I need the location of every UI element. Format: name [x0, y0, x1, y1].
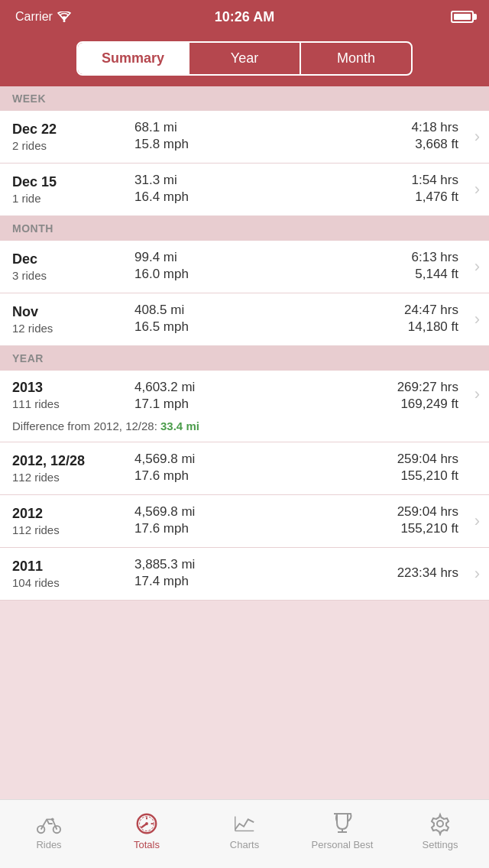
row-right-stats: 269:27 hrs 169,249 ft [397, 380, 458, 413]
row-middle-stats: 4,603.2 mi 17.1 mph [134, 380, 397, 413]
tab-personal-best[interactable]: Personal Best [293, 811, 391, 857]
chevron-icon: › [474, 180, 480, 199]
row-label-left: Nov 12 rides [12, 304, 134, 335]
tab-rides[interactable]: Rides [0, 811, 98, 857]
chevron-icon: › [474, 257, 480, 277]
stat-distance: 3,885.3 mi [134, 557, 397, 572]
chevron-icon: › [474, 511, 480, 531]
year-rides-2012-12: 112 rides [12, 471, 134, 484]
bike-icon [37, 811, 61, 836]
status-bar: Carrier 10:26 AM [0, 0, 489, 34]
stat-distance: 4,569.8 mi [134, 452, 397, 467]
month-date-1: Dec [12, 251, 134, 267]
gear-icon [428, 811, 452, 836]
stat-time: 223:34 hrs [397, 565, 458, 581]
stat-speed: 17.6 mph [134, 468, 397, 484]
stat-speed: 16.0 mph [134, 267, 412, 282]
segment-control: Summary Year Month [76, 41, 413, 76]
row-middle-stats: 4,569.8 mi 17.6 mph [134, 452, 397, 485]
row-label-left: Dec 15 1 ride [12, 174, 134, 205]
row-middle-stats: 3,885.3 mi 17.4 mph [134, 557, 397, 591]
row-right-stats: 223:34 hrs [397, 565, 458, 582]
row-label-left: Dec 3 rides [12, 251, 134, 282]
stat-speed-2: 16.4 mph [134, 189, 412, 205]
tab-settings-label: Settings [423, 839, 458, 850]
stat-time-2: 1:54 hrs [412, 173, 458, 188]
month-date-2: Nov [12, 304, 134, 320]
week-rides-1: 2 rides [12, 139, 134, 152]
row-label-left: 2011 104 rides [12, 559, 134, 589]
year-rides-2012: 112 rides [12, 523, 134, 536]
stat-elevation-2: 1,476 ft [412, 189, 458, 205]
wifi-icon [57, 11, 71, 22]
week-date-2: Dec 15 [12, 174, 134, 190]
tab-charts[interactable]: Charts [196, 811, 293, 857]
stat-speed-1: 15.8 mph [134, 137, 412, 152]
tab-totals-label: Totals [134, 839, 160, 850]
tab-year[interactable]: Year [189, 43, 301, 74]
carrier-label: Carrier [15, 10, 53, 24]
tab-month[interactable]: Month [301, 43, 411, 74]
stat-speed: 17.1 mph [134, 397, 397, 412]
week-section-header: WEEK [0, 86, 489, 111]
stat-time: 24:47 hrs [404, 303, 458, 318]
row-label-left: Dec 22 2 rides [12, 121, 134, 152]
row-right-stats: 259:04 hrs 155,210 ft [397, 504, 458, 538]
tab-summary[interactable]: Summary [78, 43, 189, 74]
tab-personal-best-label: Personal Best [312, 839, 374, 850]
trophy-icon [330, 811, 355, 836]
week-rides-2: 1 ride [12, 192, 134, 205]
stat-time: 259:04 hrs [397, 452, 458, 467]
table-row[interactable]: Dec 22 2 rides 68.1 mi 15.8 mph 4:18 hrs… [0, 111, 489, 164]
stat-elevation: 169,249 ft [397, 397, 458, 412]
chevron-icon: › [474, 127, 480, 147]
row-middle-stats: 408.5 mi 16.5 mph [134, 303, 404, 336]
row-middle-stats: 4,569.8 mi 17.6 mph [134, 504, 397, 538]
row-middle-stats: 68.1 mi 15.8 mph [134, 120, 412, 154]
row-right-stats: 6:13 hrs 5,144 ft [412, 250, 458, 283]
stat-distance: 408.5 mi [134, 303, 404, 318]
table-row[interactable]: Nov 12 rides 408.5 mi 16.5 mph 24:47 hrs… [0, 293, 489, 346]
row-right-stats: 24:47 hrs 14,180 ft [404, 303, 458, 336]
gauge-icon [134, 811, 159, 836]
svg-point-1 [37, 826, 44, 833]
stat-elevation: 155,210 ft [397, 521, 458, 536]
year-section-header: YEAR [0, 346, 489, 371]
status-time: 10:26 AM [215, 9, 274, 25]
month-rides-2: 12 rides [12, 322, 134, 335]
row-middle-stats: 99.4 mi 16.0 mph [134, 250, 412, 283]
year-date-2011: 2011 [12, 559, 134, 575]
row-label-left: 2013 111 rides [12, 380, 134, 410]
tab-rides-label: Rides [36, 839, 61, 850]
table-row[interactable]: 2012, 12/28 112 rides 4,569.8 mi 17.6 mp… [0, 442, 489, 495]
row-right-stats: 1:54 hrs 1,476 ft [412, 173, 458, 206]
row-label-left: 2012 112 rides [12, 506, 134, 536]
diff-label: Difference from 2012, 12/28: [12, 419, 157, 432]
chevron-icon: › [474, 384, 480, 404]
battery-icon [451, 11, 474, 23]
svg-point-6 [145, 822, 148, 825]
table-row[interactable]: Dec 15 1 ride 31.3 mi 16.4 mph 1:54 hrs … [0, 164, 489, 216]
bottom-tab-bar: Rides Totals Charts [0, 799, 489, 868]
week-date-1: Dec 22 [12, 121, 134, 138]
year-date-2013: 2013 [12, 380, 134, 396]
top-tab-bar: Summary Year Month [0, 34, 489, 86]
table-row[interactable]: 2013 111 rides 4,603.2 mi 17.1 mph 269:2… [0, 371, 489, 418]
stat-time-1: 4:18 hrs [412, 120, 458, 135]
year-date-2012-12: 2012, 12/28 [12, 453, 134, 469]
stat-distance: 4,569.8 mi [134, 504, 397, 520]
tab-charts-label: Charts [230, 839, 259, 850]
year-date-2012: 2012 [12, 506, 134, 522]
carrier-info: Carrier [15, 10, 71, 24]
tab-totals[interactable]: Totals [98, 811, 196, 857]
row-right-stats: 4:18 hrs 3,668 ft [412, 120, 458, 154]
table-row[interactable]: Dec 3 rides 99.4 mi 16.0 mph 6:13 hrs 5,… [0, 241, 489, 293]
month-section-header: MONTH [0, 216, 489, 241]
stat-distance-2: 31.3 mi [134, 173, 412, 188]
year-rides-2011: 104 rides [12, 576, 134, 589]
table-row[interactable]: 2012 112 rides 4,569.8 mi 17.6 mph 259:0… [0, 495, 489, 548]
tab-settings[interactable]: Settings [391, 811, 489, 857]
table-row[interactable]: 2011 104 rides 3,885.3 mi 17.4 mph 223:3… [0, 548, 489, 601]
stat-distance: 4,603.2 mi [134, 380, 397, 395]
chart-icon [232, 811, 257, 836]
